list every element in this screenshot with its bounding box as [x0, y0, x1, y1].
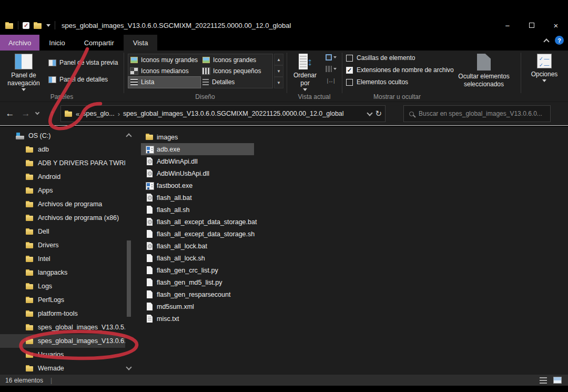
up-button[interactable]: ↑: [45, 102, 59, 125]
address-bar[interactable]: spes_glo... spes_global_images_V13.0.6.0…: [60, 105, 386, 122]
address-dropdown-icon[interactable]: [367, 110, 373, 116]
forward-button[interactable]: →: [19, 102, 33, 125]
details-view-icon[interactable]: [540, 377, 547, 384]
preview-pane-button[interactable]: Panel de vista previa: [48, 59, 118, 66]
sidebar-scrollbar[interactable]: [125, 127, 133, 375]
recent-locations-button[interactable]: [33, 102, 42, 125]
file-row[interactable]: misc.txt: [141, 313, 182, 325]
sidebar-item[interactable]: platform-tools: [0, 307, 125, 320]
sort-by-button[interactable]: ↕ Ordenar por: [289, 54, 321, 91]
file-row[interactable]: flash_all_except_data_storage.sh: [141, 228, 258, 240]
file-row[interactable]: images: [141, 131, 181, 143]
search-box[interactable]: [403, 105, 551, 122]
sidebar-item[interactable]: Wemade: [0, 361, 125, 375]
folder-icon[interactable]: [34, 22, 42, 29]
file-row[interactable]: AdbWinApi.dll: [141, 155, 201, 167]
details-pane-button[interactable]: Panel de detalles: [48, 76, 108, 83]
sidebar-item[interactable]: Apps: [0, 184, 125, 197]
thumbnail-view-icon[interactable]: [553, 377, 562, 384]
scroll-up-icon[interactable]: ▲: [274, 54, 283, 65]
file-row[interactable]: flash_all_lock.sh: [141, 252, 208, 264]
search-input[interactable]: [419, 110, 545, 117]
sidebar-item[interactable]: Drivers: [0, 238, 125, 252]
sidebar-item[interactable]: Android: [0, 170, 125, 184]
scroll-down-icon[interactable]: [126, 364, 131, 370]
file-row[interactable]: flash_all.sh: [141, 204, 193, 216]
sidebar-item[interactable]: Dell: [0, 225, 125, 238]
sidebar-item-drive[interactable]: OS (C:): [0, 129, 125, 143]
file-row[interactable]: flash_gen_crc_list.py: [141, 264, 221, 276]
folder-icon: [25, 200, 34, 208]
help-icon[interactable]: ?: [555, 36, 564, 45]
sidebar-item[interactable]: spes_global_images_V13.0.6.0: [0, 334, 125, 348]
checkbox-icon[interactable]: [346, 79, 353, 86]
folder-icon[interactable]: [5, 22, 14, 29]
sidebar-item[interactable]: Archivos de programa (x86): [0, 211, 125, 225]
sidebar-item[interactable]: langpacks: [0, 266, 125, 279]
chevrons-left-icon[interactable]: [76, 110, 79, 118]
sidebar-item[interactable]: Logs: [0, 279, 125, 293]
tab-compartir[interactable]: Compartir: [75, 35, 124, 51]
breadcrumb-parent[interactable]: spes_glo...: [83, 110, 114, 117]
chevron-down-icon[interactable]: [46, 24, 50, 27]
file-row[interactable]: flash_all_except_data_storage.bat: [141, 216, 260, 228]
minimize-button[interactable]: −: [495, 16, 520, 35]
file-name: flash_gen_crc_list.py: [157, 267, 218, 274]
maximize-icon: [529, 23, 534, 28]
sidebar-item[interactable]: Usuarios: [0, 348, 125, 361]
view-option-md[interactable]: Iconos medianos: [128, 65, 200, 76]
scroll-up-icon[interactable]: [126, 133, 131, 139]
checkbox-item[interactable]: ✓Extensiones de nombre de archivo: [346, 66, 454, 74]
tab-inicio[interactable]: Inicio: [39, 35, 74, 51]
sidebar-item[interactable]: PerfLogs: [0, 293, 125, 307]
checkbox-item[interactable]: Casillas de elemento: [346, 54, 454, 62]
hide-selected-button[interactable]: Ocultar elementos seleccionados: [450, 54, 518, 88]
scroll-down-icon[interactable]: ▼: [274, 65, 283, 77]
view-option-list[interactable]: Lista: [128, 77, 200, 88]
file-row[interactable]: flash_gen_resparsecount: [141, 288, 234, 300]
checkmark-icon[interactable]: ✓: [23, 22, 29, 29]
file-name: flash_all_except_data_storage.bat: [157, 218, 257, 226]
sidebar-item[interactable]: Intel: [0, 252, 125, 266]
file-row[interactable]: flash_all.bat: [141, 192, 195, 204]
breadcrumb-current[interactable]: spes_global_images_V13.0.6.0.SGCMIXM_202…: [123, 110, 344, 117]
checkbox-item[interactable]: Elementos ocultos: [346, 78, 454, 86]
view-option-sm[interactable]: Iconos pequeños: [200, 65, 272, 76]
txt-icon: [145, 315, 154, 323]
view-option-xl[interactable]: Iconos muy grandes: [128, 54, 200, 65]
tab-archivo[interactable]: Archivo: [0, 35, 39, 51]
chevron-right-icon[interactable]: [118, 110, 120, 118]
file-row[interactable]: flash_gen_md5_list.py: [141, 276, 225, 288]
file-row[interactable]: flash_all_lock.bat: [141, 240, 210, 252]
sidebar-item[interactable]: adb: [0, 143, 125, 156]
back-button[interactable]: ←: [3, 102, 17, 125]
sidebar-item[interactable]: ADB Y DRIVERS PARA TWRP: [0, 156, 125, 170]
file-row[interactable]: md5sum.xml: [141, 300, 197, 313]
refresh-icon[interactable]: ↻: [375, 109, 382, 118]
navigation-pane-button[interactable]: Panel de navegación: [3, 54, 44, 91]
folder-icon: [25, 283, 34, 290]
tab-vista[interactable]: Vista: [124, 35, 158, 51]
maximize-button[interactable]: [520, 16, 544, 35]
size-columns-button[interactable]: |↔|: [322, 76, 340, 85]
drive-icon: [16, 132, 24, 140]
view-option-details[interactable]: Detalles: [200, 77, 272, 88]
sidebar-item[interactable]: Archivos de programa: [0, 197, 125, 211]
checkbox-checked-icon[interactable]: ✓: [346, 67, 353, 74]
window-title: spes_global_images_V13.0.6.0.SGCMIXM_202…: [62, 22, 291, 29]
more-views-icon[interactable]: ▼: [274, 77, 283, 88]
file-row[interactable]: fastboot.exe: [141, 179, 196, 192]
file-row[interactable]: adb.exe: [141, 143, 254, 155]
scrollbar-thumb[interactable]: [127, 240, 131, 317]
close-button[interactable]: ×: [544, 16, 568, 35]
collapse-ribbon-icon[interactable]: [543, 38, 549, 44]
sidebar-item[interactable]: spes_global_images_V13.0.5.0: [0, 320, 125, 334]
group-by-button[interactable]: [322, 53, 340, 62]
view-option-lg[interactable]: Iconos grandes: [200, 54, 272, 65]
add-columns-button[interactable]: [322, 64, 340, 74]
sidebar-item-label: OS (C:): [28, 132, 50, 139]
file-row[interactable]: AdbWinUsbApi.dll: [141, 167, 212, 179]
checkbox-icon[interactable]: [346, 55, 353, 62]
status-view-buttons: [540, 377, 562, 384]
options-button[interactable]: ✓—✓— Opciones: [526, 54, 563, 82]
